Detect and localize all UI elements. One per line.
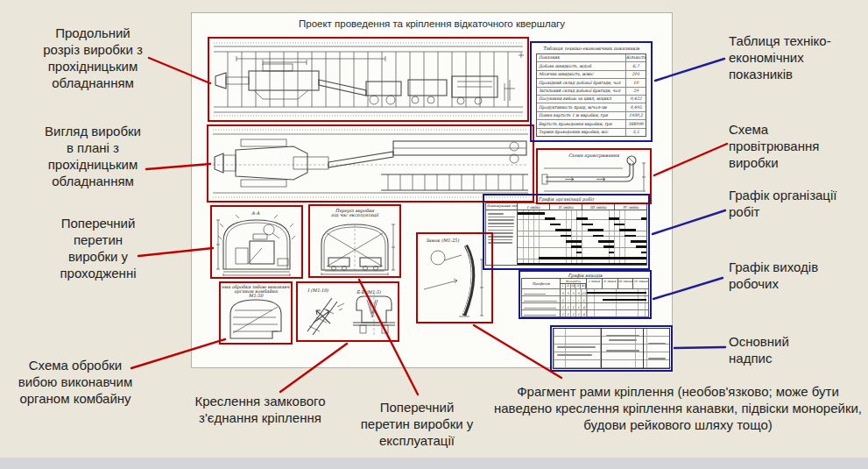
highlight-title-block	[550, 325, 673, 372]
highlight-lock-joint	[296, 281, 399, 342]
footer-bar	[0, 458, 868, 469]
slide: { "page": { "background": "#eae6d9", "fo…	[0, 0, 868, 469]
callout-org-chart: Графік організації робіт	[729, 187, 857, 220]
callout-cross-section-driving: Поперечний перетин виробки у проходженні	[58, 215, 138, 281]
leader-title-block	[674, 347, 725, 348]
callout-cross-section-operation: Поперечний перетин виробки у експлуатаці…	[356, 399, 478, 449]
callout-vent-scheme: Схема провітрювання виробки	[729, 121, 844, 171]
callout-plan-view: Вигляд виробки в плані з прохідницьким о…	[39, 123, 146, 189]
callout-workers-chart: Графік виходів робочих	[729, 259, 834, 292]
highlight-tech-table	[530, 41, 653, 142]
highlight-workers-chart	[519, 270, 652, 319]
highlight-plan-view	[207, 124, 534, 203]
highlight-longitudinal-section	[208, 37, 529, 122]
callout-tech-table: Таблиця техніко-економічних показників	[729, 32, 844, 82]
highlight-cross-section-driving	[210, 205, 303, 279]
callout-face-scheme: Схема обробки вибою виконавчим органом к…	[9, 357, 142, 407]
sheet-title: Проект проведення та кріплення відкаточн…	[191, 18, 673, 29]
callout-longitudinal-section: Продольний розріз виробки з прохідницьки…	[39, 25, 146, 91]
callout-title-block: Основний надпис	[729, 333, 816, 366]
highlight-frame-fragment	[416, 232, 493, 323]
callout-lock-joint: Креслення замкового з'єднання кріплення	[189, 393, 331, 426]
highlight-face-scheme	[219, 281, 293, 345]
callout-frame-fragment: Фрагмент рами кріплення (необов'язково; …	[493, 383, 863, 433]
highlight-org-chart	[483, 194, 650, 270]
highlight-cross-section-operation	[308, 204, 401, 278]
